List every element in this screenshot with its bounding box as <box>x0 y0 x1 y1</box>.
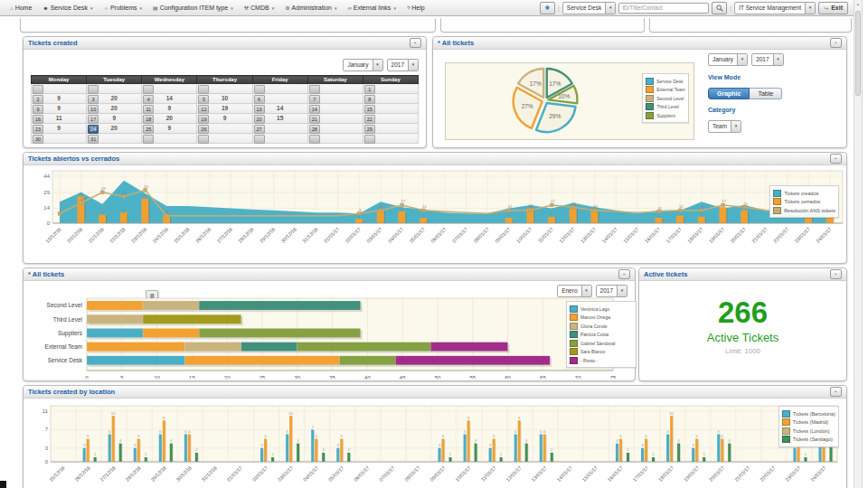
calendar-day-cell[interactable]: 510 <box>197 94 252 104</box>
entity-select[interactable]: IT Service Management ▾ <box>734 2 816 14</box>
nav-item-help[interactable]: ?Help <box>401 3 430 13</box>
calendar-day-cell[interactable] <box>363 134 418 144</box>
day-number-button[interactable]: 21 <box>309 115 320 124</box>
day-number-button[interactable] <box>143 85 154 94</box>
calendar-day-cell[interactable] <box>307 134 363 144</box>
nav-item-cmdb[interactable]: ⚒CMDB▾ <box>239 3 280 13</box>
day-number-button[interactable]: 11 <box>143 105 154 114</box>
calendar-day-cell[interactable]: 414 <box>142 94 197 104</box>
calendar-day-cell[interactable] <box>32 84 87 94</box>
nav-item-configuration-item-type[interactable]: ▤Configuration ITEM type▾ <box>147 3 239 13</box>
calendar-day-cell[interactable]: 28 <box>307 124 363 134</box>
day-number-button[interactable]: 19 <box>198 115 209 124</box>
calendar-day-cell[interactable]: 1020 <box>87 104 142 114</box>
calendar-day-cell[interactable]: 6 <box>252 94 307 104</box>
day-number-button[interactable]: 2 <box>33 95 43 104</box>
day-number-button[interactable]: 1 <box>364 85 375 94</box>
calendar-day-cell[interactable]: 1611 <box>32 114 87 124</box>
year-select[interactable]: 2017▾ <box>751 53 783 66</box>
graphic-button[interactable]: Graphic <box>708 88 750 99</box>
calendar-day-cell[interactable]: 2015 <box>252 114 307 124</box>
day-number-button[interactable] <box>198 85 209 94</box>
calendar-day-cell[interactable]: 22 <box>363 114 418 124</box>
day-number-button[interactable]: 14 <box>309 105 320 114</box>
panel-settings-button[interactable]: ▪ <box>830 269 842 279</box>
calendar-day-cell[interactable]: 2420 <box>87 124 142 134</box>
day-number-button[interactable]: 25 <box>143 125 154 134</box>
month-select[interactable]: January▾ <box>708 53 748 66</box>
nav-item-external-links[interactable]: ∞External links▾ <box>342 3 401 13</box>
bookmark-button[interactable]: ★ <box>540 2 555 14</box>
day-number-button[interactable]: 24 <box>88 125 99 134</box>
calendar-day-cell[interactable]: 259 <box>142 124 197 134</box>
panel-settings-button[interactable]: ▪ <box>830 154 842 164</box>
year-select[interactable]: 2017▾ <box>596 285 627 297</box>
calendar-day-cell[interactable]: 320 <box>87 94 142 104</box>
calendar-day-cell[interactable] <box>197 134 252 144</box>
day-number-button[interactable]: 30 <box>33 135 43 144</box>
nav-item-service-desk[interactable]: ☻Service Desk▾ <box>37 3 98 13</box>
calendar-day-cell[interactable]: 14 <box>307 104 363 114</box>
calendar-day-cell[interactable]: 179 <box>87 114 142 124</box>
month-select[interactable]: Enero▾ <box>557 285 591 297</box>
day-number-button[interactable]: 10 <box>88 105 99 114</box>
profile-select[interactable]: Service Desk ▾ <box>562 2 616 14</box>
day-number-button[interactable] <box>309 135 320 144</box>
calendar-day-cell[interactable]: 1820 <box>142 114 197 124</box>
calendar-day-cell[interactable]: 7 <box>307 94 363 104</box>
calendar-day-cell[interactable]: 27 <box>252 124 307 134</box>
day-number-button[interactable]: 17 <box>88 115 99 124</box>
day-number-button[interactable]: 6 <box>254 95 265 104</box>
vertical-scrollbar[interactable]: ▲ <box>854 0 863 488</box>
panel-settings-button[interactable]: ▪ <box>830 387 842 397</box>
day-number-button[interactable] <box>198 135 209 144</box>
year-select[interactable]: 2017▾ <box>387 59 419 71</box>
day-number-button[interactable] <box>33 85 43 94</box>
calendar-day-cell[interactable] <box>87 84 142 94</box>
calendar-day-cell[interactable]: 29 <box>363 124 418 134</box>
day-number-button[interactable] <box>309 85 320 94</box>
calendar-day-cell[interactable]: 29 <box>32 94 87 104</box>
calendar-day-cell[interactable] <box>142 84 197 94</box>
panel-settings-button[interactable]: ▪ <box>410 38 421 48</box>
calendar-day-cell[interactable] <box>197 84 252 94</box>
day-number-button[interactable]: 20 <box>254 115 265 124</box>
day-number-button[interactable] <box>143 135 154 144</box>
search-button[interactable] <box>712 2 727 14</box>
calendar-day-cell[interactable] <box>307 84 363 94</box>
panel-settings-button[interactable]: ▪ <box>830 38 842 48</box>
day-number-button[interactable]: 22 <box>364 115 375 124</box>
day-number-button[interactable]: 23 <box>33 125 43 134</box>
calendar-day-cell[interactable]: 8 <box>363 94 418 104</box>
day-number-button[interactable]: 7 <box>309 95 320 104</box>
day-number-button[interactable]: 8 <box>364 95 375 104</box>
calendar-day-cell[interactable]: 26 <box>197 124 252 134</box>
table-button[interactable]: Table <box>750 88 782 99</box>
day-number-button[interactable]: 27 <box>254 125 265 134</box>
panel-settings-button[interactable]: ▪ <box>618 269 630 279</box>
calendar-day-cell[interactable]: 1 <box>363 84 418 94</box>
day-number-button[interactable] <box>88 85 99 94</box>
calendar-day-cell[interactable]: 1219 <box>197 104 252 114</box>
nav-item-problems[interactable]: ☼Problems▾ <box>98 3 147 13</box>
scrollbar-thumb[interactable] <box>855 11 861 96</box>
calendar-day-cell[interactable]: 31 <box>87 134 142 144</box>
day-number-button[interactable]: 9 <box>33 105 43 114</box>
day-number-button[interactable]: 15 <box>364 105 375 114</box>
calendar-day-cell[interactable]: 99 <box>32 104 87 114</box>
day-number-button[interactable]: 3 <box>88 95 99 104</box>
search-input[interactable] <box>618 3 709 14</box>
calendar-day-cell[interactable] <box>252 134 307 144</box>
calendar-day-cell[interactable]: 30 <box>32 134 87 144</box>
day-number-button[interactable]: 12 <box>198 105 209 114</box>
calendar-day-cell[interactable]: 1314 <box>252 104 307 114</box>
day-number-button[interactable] <box>254 85 265 94</box>
calendar-day-cell[interactable]: 239 <box>32 124 87 134</box>
day-number-button[interactable]: 31 <box>88 135 99 144</box>
day-number-button[interactable] <box>364 135 375 144</box>
day-number-button[interactable] <box>254 135 265 144</box>
category-select[interactable]: Team▾ <box>708 120 741 133</box>
day-number-button[interactable]: 16 <box>33 115 43 124</box>
month-select[interactable]: January▾ <box>343 59 382 71</box>
calendar-day-cell[interactable] <box>142 134 197 144</box>
